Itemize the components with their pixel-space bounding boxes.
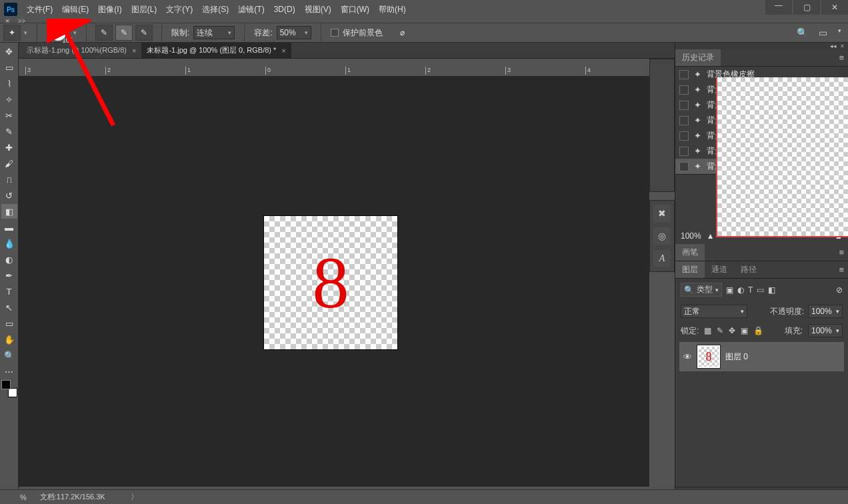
history-row[interactable]: ✦背景色橡皮擦: [675, 143, 848, 159]
lock-all-icon[interactable]: 🔒: [753, 326, 763, 335]
glyph-icon[interactable]: A: [653, 250, 671, 267]
pressure-icon[interactable]: ⌀: [395, 25, 411, 40]
history-row[interactable]: ✦背景色橡皮擦: [675, 67, 848, 82]
color-swatches[interactable]: [1, 380, 17, 397]
gradient-tool-icon[interactable]: ▬: [1, 220, 17, 235]
shape-tool-icon[interactable]: ▭: [1, 316, 17, 331]
menu-edit[interactable]: 编辑(E): [62, 4, 89, 15]
paths-tab[interactable]: 路径: [734, 261, 763, 278]
panel-menu-icon[interactable]: ≡: [839, 244, 844, 261]
zoom-in-icon[interactable]: ▲: [835, 231, 843, 241]
zoom-tool-icon[interactable]: 🔍: [1, 348, 17, 363]
panel-collapse-bar[interactable]: ◂◂×: [675, 43, 848, 49]
bg-color-swatch[interactable]: [8, 388, 17, 397]
sample-mode-3-icon[interactable]: ✎: [136, 25, 152, 40]
close-icon[interactable]: ×: [281, 47, 285, 55]
lock-paint-icon[interactable]: ✎: [717, 326, 723, 335]
brush-preview[interactable]: 101: [47, 23, 69, 43]
type-tool-icon[interactable]: T: [1, 284, 17, 299]
chevron-right-icon[interactable]: 〉: [131, 491, 139, 503]
chevron-down-icon[interactable]: ▾: [24, 29, 27, 36]
zoom-percent[interactable]: %: [20, 493, 27, 501]
lasso-tool-icon[interactable]: ⌇: [1, 76, 17, 91]
path-tool-icon[interactable]: ↖: [1, 300, 17, 315]
menu-window[interactable]: 窗口(W): [341, 4, 369, 15]
tool-preset-icon[interactable]: ✦: [4, 25, 20, 40]
history-row[interactable]: ✦背景色橡皮擦: [675, 97, 848, 113]
menu-filter[interactable]: 滤镜(T): [238, 4, 264, 15]
fg-color-swatch[interactable]: [1, 380, 11, 389]
window-close[interactable]: ✕: [821, 0, 848, 15]
panel-menu-icon[interactable]: ≡: [839, 49, 844, 66]
menu-3d[interactable]: 3D(D): [274, 5, 295, 14]
window-minimize[interactable]: —: [765, 0, 792, 15]
sample-mode-2-icon[interactable]: ✎: [116, 25, 132, 40]
eyedropper-tool-icon[interactable]: ✎: [1, 124, 17, 139]
history-tab[interactable]: 历史记录: [675, 49, 721, 66]
eraser-tool-icon[interactable]: ◧: [1, 204, 17, 219]
menu-image[interactable]: 图像(I): [98, 4, 121, 15]
brush-tab[interactable]: 画笔: [675, 244, 705, 261]
protect-fg-checkbox[interactable]: [331, 29, 339, 37]
stamp-tool-icon[interactable]: ⎍: [1, 172, 17, 187]
panel-menu-icon[interactable]: ≡: [839, 261, 844, 278]
marquee-tool-icon[interactable]: ▭: [1, 60, 17, 75]
chevron-down-icon[interactable]: ▾: [73, 29, 77, 36]
new-snapshot-icon[interactable]: ⎘: [799, 177, 803, 187]
history-row[interactable]: ✦背景色橡皮擦: [675, 128, 848, 143]
scrollbar[interactable]: [839, 67, 848, 174]
close-icon[interactable]: ×: [841, 43, 844, 49]
document-tab[interactable]: 未标题-1.jpg @ 100% (图层 0, RGB/8) * ×: [141, 43, 291, 58]
layer-row[interactable]: 👁 8 图层 0: [679, 342, 844, 371]
menu-select[interactable]: 选择(S): [202, 4, 229, 15]
trash-icon[interactable]: 🗑: [832, 177, 840, 187]
camera-icon[interactable]: 📷: [813, 177, 823, 187]
cc-icon[interactable]: ◎: [653, 227, 671, 245]
menu-view[interactable]: 视图(V): [305, 4, 331, 15]
channels-tab[interactable]: 通道: [705, 261, 734, 278]
filter-smart-icon[interactable]: ◧: [768, 285, 775, 295]
dodge-tool-icon[interactable]: ◐: [1, 252, 17, 267]
sample-mode-1-icon[interactable]: ✎: [96, 25, 112, 40]
blur-tool-icon[interactable]: 💧: [1, 236, 17, 251]
window-maximize[interactable]: ▢: [793, 0, 820, 15]
filter-toggle-icon[interactable]: ⊘: [836, 285, 843, 295]
history-row[interactable]: ✦背景色橡皮擦: [675, 113, 848, 128]
frame-icon[interactable]: ▭: [819, 27, 827, 38]
close-icon[interactable]: ×: [132, 47, 136, 55]
adjust-icon[interactable]: ✖: [653, 205, 671, 222]
layer-thumbnail[interactable]: 8: [697, 345, 720, 368]
hand-tool-icon[interactable]: ✋: [1, 332, 17, 347]
layers-tab[interactable]: 图层: [675, 261, 705, 278]
zoom-slider[interactable]: [720, 235, 830, 237]
history-row[interactable]: ✦背景色橡皮擦: [675, 159, 848, 174]
move-tool-icon[interactable]: ✥: [1, 44, 17, 59]
history-row[interactable]: ✦背景色橡皮擦: [675, 82, 848, 97]
zoom-value[interactable]: 100%: [681, 231, 701, 241]
lock-artboard-icon[interactable]: ▣: [741, 326, 748, 335]
canvas[interactable]: 8: [264, 216, 397, 349]
lock-pos-icon[interactable]: ✥: [729, 326, 735, 335]
opacity-select[interactable]: 100%▾: [808, 305, 843, 318]
pen-tool-icon[interactable]: ✒: [1, 268, 17, 283]
quickselect-tool-icon[interactable]: ✧: [1, 92, 17, 107]
more-tools-icon[interactable]: ⋯: [1, 364, 17, 379]
menu-file[interactable]: 文件(F): [27, 4, 53, 15]
brush-tool-icon[interactable]: 🖌: [1, 156, 17, 171]
document-tab[interactable]: 示标题-1.png @ 100%(RGB/8) ×: [21, 43, 141, 58]
tolerance-select[interactable]: 50%▾: [277, 26, 311, 39]
filter-adjust-icon[interactable]: ◐: [737, 285, 744, 295]
history-brush-tool-icon[interactable]: ↺: [1, 188, 17, 203]
blend-mode-select[interactable]: 正常▾: [681, 305, 747, 318]
menu-type[interactable]: 文字(Y): [166, 4, 193, 15]
search-icon[interactable]: 🔍: [797, 27, 808, 38]
menu-layer[interactable]: 图层(L): [131, 4, 157, 15]
visibility-icon[interactable]: 👁: [683, 352, 692, 362]
limit-select[interactable]: 连续▾: [193, 26, 235, 39]
filter-type-icon[interactable]: T: [748, 285, 753, 295]
filter-shape-icon[interactable]: ▭: [757, 285, 764, 295]
layer-filter-select[interactable]: 🔍 类型 ▾: [681, 283, 722, 297]
chevron-down-icon[interactable]: ▾: [838, 27, 841, 38]
crop-tool-icon[interactable]: ✂: [1, 108, 17, 123]
filter-image-icon[interactable]: ▣: [726, 285, 733, 295]
